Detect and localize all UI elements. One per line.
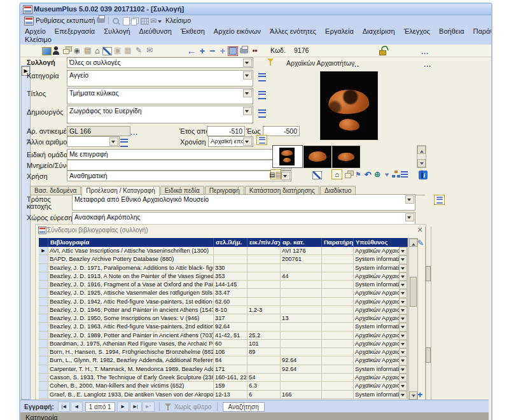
column-header[interactable]: σελ./λήμ. — [214, 238, 248, 247]
thumbnail-2[interactable] — [303, 146, 331, 168]
menu-item[interactable]: Συλλογή — [99, 27, 134, 35]
biblio-row[interactable]: Beazley, J. D. 1916, Fragment of a Vase … — [39, 281, 408, 289]
picture-icon[interactable] — [41, 46, 52, 56]
chevron-down-icon[interactable] — [399, 281, 407, 289]
creator-menu-icon[interactable] — [257, 108, 267, 118]
pages-icon[interactable] — [130, 16, 140, 26]
menu-item[interactable]: Παράθυρο — [469, 27, 493, 35]
chevron-down-icon[interactable] — [405, 195, 414, 204]
form-icon[interactable] — [24, 17, 34, 25]
add-row-icon[interactable] — [415, 389, 425, 400]
menu-item[interactable]: Έκθεση — [176, 27, 209, 35]
use-combo[interactable]: Αναθηματική — [67, 171, 291, 181]
splitter-handle[interactable] — [426, 347, 431, 363]
new-record-button[interactable] — [143, 402, 155, 412]
printer-settings-button[interactable]: Ρυθμίσεις εκτυπωτή — [36, 17, 95, 24]
no-filter-icon[interactable] — [164, 402, 172, 411]
zoom-in-icon[interactable] — [197, 45, 207, 55]
biblio-row[interactable]: Burn, L., Glynn, R. 1982, Beazley Addend… — [39, 356, 408, 365]
dating-combo[interactable]: Αρχαϊκή εποχή — [208, 136, 253, 147]
biblio-row[interactable]: Boardman, J. 1975, Athenian Red Figure V… — [39, 340, 408, 348]
row-selector[interactable] — [39, 314, 48, 323]
column-header[interactable]: εικ./πίν./σχ. — [248, 238, 281, 247]
chevron-down-icon[interactable] — [399, 289, 407, 297]
biblio-row[interactable]: BAPD, Beazley Archive Pottery Database (… — [39, 255, 408, 263]
search-icon[interactable] — [111, 16, 121, 26]
column-header[interactable]: Παρατήρηση(βιβλ — [322, 238, 354, 247]
scroll-up-icon[interactable] — [417, 146, 426, 154]
possession-menu-button[interactable] — [434, 195, 445, 205]
cards-icon[interactable] — [62, 45, 72, 55]
title-combo[interactable]: Τμήματα κύλικας — [67, 88, 253, 104]
panel-splitter[interactable] — [425, 227, 431, 401]
menu-item[interactable]: Έλεγχος — [400, 27, 435, 35]
edit-icon[interactable] — [415, 238, 426, 248]
object-image[interactable] — [320, 71, 378, 140]
chevron-down-icon[interactable] — [399, 356, 407, 365]
chevron-down-icon[interactable] — [399, 323, 407, 331]
info-icon[interactable]: i — [418, 170, 428, 180]
ellipsis-button[interactable]: ... — [421, 48, 429, 55]
year-to-field[interactable]: -500 — [263, 126, 300, 136]
biblio-row[interactable]: Beazley, J. D. 1925, Attische Vasenmaler… — [39, 289, 408, 297]
menu-item[interactable]: Διεύθυνση — [135, 27, 176, 35]
row-selector[interactable] — [39, 348, 48, 356]
monitor-icon[interactable] — [228, 46, 238, 56]
chevron-down-icon[interactable] — [399, 255, 407, 263]
row-selector[interactable] — [39, 255, 48, 263]
splitter-handle[interactable] — [426, 266, 431, 281]
row-selector[interactable] — [39, 356, 48, 365]
document-edit-icon[interactable] — [134, 45, 144, 55]
row-selector[interactable] — [39, 382, 48, 390]
category-combo[interactable]: Αγγείο — [67, 70, 253, 87]
chevron-down-icon[interactable] — [399, 298, 407, 306]
printer-icon[interactable] — [97, 17, 105, 23]
chevron-down-icon[interactable] — [243, 71, 252, 80]
menu-item[interactable]: Αρχείο εικόνων — [209, 27, 265, 35]
media-book-button[interactable]: ▤ — [270, 169, 281, 179]
biblio-row[interactable]: Carpenter, T. H., T. Mannack, M. Mendonc… — [39, 365, 408, 374]
scroll-down-icon[interactable] — [417, 159, 426, 167]
list-icon[interactable] — [400, 169, 410, 179]
column-header[interactable]: Υπεύθυνος — [354, 238, 408, 247]
notebook-icon[interactable] — [83, 45, 93, 55]
cards-icon[interactable] — [344, 169, 354, 179]
chevron-down-icon[interactable] — [405, 213, 414, 221]
other-numbers-combo[interactable] — [67, 136, 120, 147]
print-icon[interactable] — [240, 48, 248, 53]
zoom-out-icon[interactable] — [207, 45, 218, 55]
row-selector[interactable] — [39, 289, 48, 297]
find-place-combo[interactable]: Ανασκαφή Ακρόπολης — [72, 212, 415, 225]
chevron-down-icon[interactable] — [399, 306, 407, 314]
biblio-row[interactable]: Beazley, J. D. 1946, Potter and Painter … — [39, 306, 408, 314]
menu-item-close[interactable]: Κλείσιμο — [20, 36, 56, 43]
thumbnail-3[interactable] — [332, 146, 360, 168]
first-record-button[interactable] — [58, 402, 70, 412]
chevron-down-icon[interactable] — [243, 89, 252, 97]
chevron-down-icon[interactable] — [399, 314, 407, 323]
row-selector[interactable]: ▶ — [39, 247, 48, 255]
column-header[interactable]: αρ. κατ. — [281, 238, 322, 247]
biblio-row[interactable]: Beazley, J. D. 1971, Paralipomena: Addit… — [39, 264, 408, 272]
tab-origin-registration[interactable]: Προέλευση / Καταγραφή — [81, 186, 159, 197]
ellipsis-button[interactable]: ... — [424, 61, 431, 67]
row-selector[interactable] — [39, 391, 48, 399]
chevron-down-icon[interactable] — [399, 272, 407, 281]
close-button[interactable]: Κλείσιμο — [165, 17, 191, 24]
chevron-down-icon[interactable] — [399, 374, 407, 382]
object-number-field[interactable]: GL 166 — [67, 126, 130, 136]
close-icon[interactable] — [415, 225, 425, 235]
undo-icon[interactable] — [363, 169, 373, 179]
next-record-button[interactable] — [117, 402, 129, 412]
row-selector[interactable] — [39, 281, 48, 289]
dating-menu-button[interactable] — [256, 135, 267, 145]
biblio-row[interactable]: Beazley, J. D. 1989, Potter and Painter … — [39, 332, 408, 340]
menu-item[interactable]: Διαχείριση — [358, 27, 400, 35]
biblio-row[interactable]: Beazley, J. D. 1950, Some Inscriptions o… — [39, 314, 408, 323]
table-scrollbar[interactable] — [408, 238, 418, 400]
chevron-down-icon[interactable] — [399, 340, 407, 348]
binoculars-icon[interactable] — [249, 45, 260, 55]
row-selector[interactable] — [39, 365, 48, 374]
biblio-row[interactable]: Graef, B., E. Langlotz 1933, Die antiken… — [39, 391, 408, 399]
user-icon[interactable] — [51, 45, 61, 55]
